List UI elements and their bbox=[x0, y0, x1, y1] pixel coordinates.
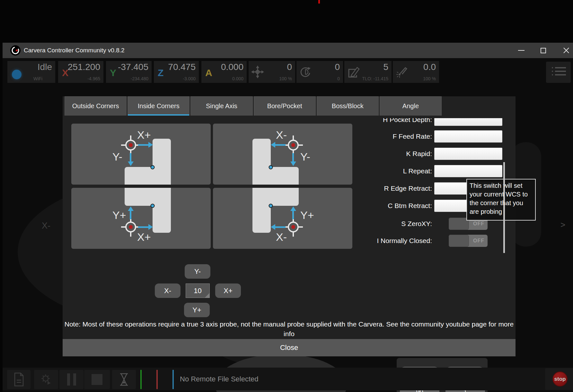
stock-shape bbox=[125, 167, 171, 185]
h-axis-label: X+ bbox=[137, 129, 151, 141]
tab-single-axis[interactable]: Single Axis bbox=[190, 96, 252, 116]
tab-boss-block[interactable]: Boss/Block bbox=[317, 96, 379, 116]
pocket-depth-input[interactable] bbox=[434, 118, 502, 126]
arrow-x bbox=[275, 144, 286, 146]
jog-y-plus-button[interactable]: Y+ bbox=[184, 303, 210, 317]
probe-diagram-top-right[interactable]: X- Y- bbox=[213, 124, 352, 185]
rapid-input[interactable] bbox=[434, 148, 502, 160]
pause-button[interactable] bbox=[59, 370, 84, 389]
field-label-rapid: K Rapid: bbox=[353, 150, 432, 158]
v-axis-label: Y- bbox=[112, 151, 122, 163]
close-window-button[interactable] bbox=[557, 43, 573, 58]
v-axis-label: Y+ bbox=[300, 209, 314, 222]
machine-state: Idle bbox=[38, 62, 52, 72]
axis-y-letter: Y bbox=[110, 67, 116, 78]
tool-sub: TLO: -11.415 bbox=[362, 76, 388, 81]
arrow-y-head bbox=[128, 161, 134, 166]
arrow-y bbox=[292, 153, 294, 162]
axis-x-value: 251.200 bbox=[68, 62, 100, 72]
tab-label: Bore/Pocket bbox=[267, 102, 302, 110]
file-icon bbox=[13, 372, 24, 387]
progress-marker-red bbox=[156, 370, 158, 389]
main-menu-button[interactable] bbox=[546, 62, 571, 83]
feed-rate-input[interactable] bbox=[434, 130, 502, 143]
probe-dialog: Outside Corners Inside Corners Single Ax… bbox=[63, 96, 516, 356]
title-bar: Carvera Controller Community v0.8.2 bbox=[3, 43, 573, 58]
h-axis-label: X+ bbox=[137, 231, 151, 243]
window-title: Carvera Controller Community v0.8.2 bbox=[24, 43, 125, 58]
jog-y-minus-button[interactable]: Y- bbox=[185, 264, 210, 279]
laser-value: 0.0 bbox=[423, 62, 436, 72]
status-axis-a[interactable]: A 0.000 0.000 bbox=[201, 61, 247, 83]
tab-angle[interactable]: Angle bbox=[380, 96, 442, 116]
tab-label: Angle bbox=[402, 102, 419, 110]
status-feed-panel[interactable]: 0 100 % bbox=[249, 61, 295, 83]
tool-icon bbox=[347, 65, 360, 78]
progress-marker-blue bbox=[172, 370, 174, 389]
probe-diagram-top-left[interactable]: X+ Y- bbox=[71, 124, 211, 185]
probe-diagram-bottom-left[interactable]: Y+ X+ bbox=[71, 188, 211, 249]
normally-closed-toggle[interactable]: OFF bbox=[449, 235, 488, 247]
probe-tab-bar: Outside Corners Inside Corners Single Ax… bbox=[65, 96, 442, 116]
probe-note-text: Note: Most of these operations require a… bbox=[64, 319, 514, 339]
ghost-jog-x-minus[interactable]: X- bbox=[42, 221, 50, 231]
feed-sub: 100 % bbox=[279, 76, 292, 81]
arrow-y-head bbox=[290, 161, 296, 166]
axis-y-value: -37.405 bbox=[118, 62, 148, 72]
h-axis-label: X- bbox=[276, 231, 287, 243]
jog-x-plus-button[interactable]: X+ bbox=[215, 283, 241, 298]
field-label-normally-closed: I Normally Closed: bbox=[353, 237, 432, 245]
field-label-zeroxy: S ZeroXY: bbox=[353, 220, 432, 228]
axis-y-sub: -234.480 bbox=[131, 76, 148, 81]
toggle-knob bbox=[449, 218, 469, 230]
hamburger-menu-icon bbox=[552, 67, 566, 75]
corner-point bbox=[151, 165, 155, 170]
minimize-button[interactable] bbox=[512, 43, 531, 58]
status-axis-z[interactable]: Z 70.475 -3.000 bbox=[154, 61, 199, 83]
open-file-button[interactable] bbox=[7, 370, 31, 389]
tool-value: 5 bbox=[383, 62, 388, 72]
status-state-panel[interactable]: Idle WiFi bbox=[7, 61, 55, 83]
tab-label: Single Axis bbox=[206, 102, 237, 110]
stock-shape bbox=[125, 188, 171, 206]
connection-status-icon bbox=[12, 70, 22, 79]
arrow-x-head bbox=[148, 224, 153, 230]
tab-inside-corners[interactable]: Inside Corners bbox=[128, 96, 190, 116]
axis-a-sub: 0.000 bbox=[232, 76, 243, 81]
status-axis-x[interactable]: X 251.200 -4.965 bbox=[58, 61, 103, 83]
tab-label: Boss/Block bbox=[332, 102, 364, 110]
estop-container: stop bbox=[545, 368, 573, 390]
jog-step-input[interactable]: 10 bbox=[186, 283, 210, 298]
wcs-tooltip: This switch will set your current WCS to… bbox=[466, 179, 536, 221]
jog-x-minus-button[interactable]: X- bbox=[155, 283, 181, 298]
waiting-indicator[interactable] bbox=[112, 370, 136, 389]
form-scrollbar[interactable] bbox=[503, 162, 505, 253]
slide-panel-chevron[interactable]: > bbox=[560, 220, 565, 230]
status-tool-panel[interactable]: 5 TLO: -11.415 bbox=[344, 61, 392, 83]
status-rotation-panel[interactable]: 0 0 bbox=[296, 61, 343, 83]
step-fold-decoration bbox=[205, 293, 209, 298]
arrow-x-head bbox=[148, 142, 153, 148]
arrow-x-head bbox=[271, 142, 275, 148]
estop-button[interactable]: stop bbox=[552, 371, 568, 387]
probe-diagram-bottom-right[interactable]: Y+ X- bbox=[213, 188, 352, 249]
tab-label: Inside Corners bbox=[138, 102, 180, 110]
rotation-sub: 0 bbox=[337, 76, 340, 81]
maximize-button[interactable] bbox=[533, 43, 553, 58]
field-label-pocket-depth: H Pocket Depth: bbox=[353, 118, 432, 124]
laser-icon bbox=[395, 65, 408, 78]
arrow-y-head bbox=[290, 206, 296, 211]
abort-button[interactable] bbox=[84, 370, 110, 389]
close-button[interactable]: Close bbox=[63, 339, 516, 356]
rotate-icon bbox=[299, 65, 312, 78]
pause-icon bbox=[67, 373, 76, 386]
field-label-feed-rate: F Feed Rate: bbox=[353, 133, 432, 140]
status-axis-y[interactable]: Y -37.405 -234.480 bbox=[106, 61, 152, 83]
tab-outside-corners[interactable]: Outside Corners bbox=[65, 96, 127, 116]
v-axis-label: Y+ bbox=[112, 209, 126, 222]
status-laser-panel[interactable]: 0.0 100 % bbox=[393, 61, 439, 83]
axis-x-sub: -4.965 bbox=[87, 76, 100, 81]
repeat-input[interactable] bbox=[434, 165, 502, 177]
run-button[interactable] bbox=[34, 370, 58, 389]
tab-bore-pocket[interactable]: Bore/Pocket bbox=[254, 96, 316, 116]
